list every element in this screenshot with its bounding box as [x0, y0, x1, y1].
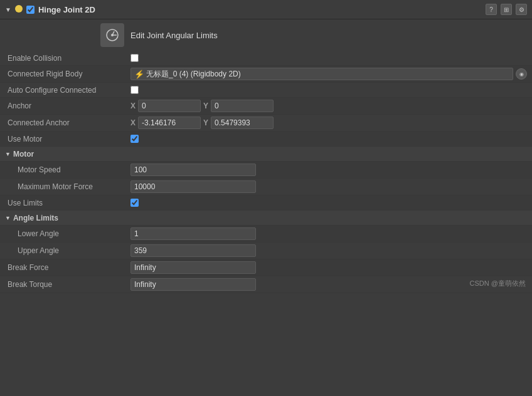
auto-configure-label: Auto Configure Connected	[5, 86, 130, 95]
motor-section-arrow: ▼	[5, 151, 11, 157]
component-enabled-checkbox[interactable]	[26, 6, 35, 14]
anchor-y-input[interactable]	[211, 100, 274, 112]
use-motor-checkbox[interactable]	[130, 135, 139, 143]
component-header: ▼ Hinge Joint 2D ? ⊞ ⚙	[0, 0, 532, 19]
lower-angle-label: Lower Angle	[5, 229, 130, 238]
auto-configure-row: Auto Configure Connected	[0, 83, 532, 98]
connected-anchor-row: Connected Anchor X Y	[0, 115, 532, 132]
break-force-label: Break Force	[5, 263, 130, 272]
connected-rigid-body-label: Connected Rigid Body	[5, 70, 130, 78]
upper-angle-label: Upper Angle	[5, 246, 130, 255]
use-motor-label: Use Motor	[5, 135, 130, 143]
enable-collision-checkbox[interactable]	[130, 54, 139, 62]
header-actions: ? ⊞ ⚙	[486, 4, 527, 15]
use-limits-row: Use Limits	[0, 195, 532, 211]
motor-speed-row: Motor Speed	[0, 162, 532, 179]
maximum-motor-force-row: Maximum Motor Force	[0, 179, 532, 195]
motor-section-header[interactable]: ▼ Motor	[0, 147, 532, 162]
connected-anchor-x-input[interactable]	[138, 117, 201, 129]
use-limits-checkbox[interactable]	[130, 199, 139, 207]
green-dot-icon	[15, 5, 23, 14]
upper-angle-row: Upper Angle	[0, 242, 532, 259]
lower-angle-row: Lower Angle	[0, 226, 532, 242]
anchor-value: X Y	[130, 100, 527, 112]
upper-angle-input[interactable]	[130, 244, 256, 257]
anchor-row: Anchor X Y	[0, 98, 532, 115]
connected-rigid-body-value: ⚡ 无标题_0 (4) (Rigidbody 2D) ◉	[130, 68, 527, 80]
enable-collision-label: Enable Collision	[5, 54, 130, 63]
auto-configure-checkbox[interactable]	[130, 86, 139, 94]
watermark: CSDN @童萌依然	[470, 279, 526, 288]
rigidbody-input-container: ⚡ 无标题_0 (4) (Rigidbody 2D) ◉	[130, 68, 527, 80]
maximum-motor-force-input[interactable]	[130, 180, 256, 193]
anchor-x-input[interactable]	[138, 100, 201, 112]
connected-anchor-y-label: Y	[203, 118, 208, 127]
angle-limits-section-arrow: ▼	[5, 215, 11, 221]
edit-joint-icon[interactable]	[100, 23, 124, 47]
use-motor-value	[130, 135, 527, 143]
motor-section-label: Motor	[13, 150, 34, 159]
connected-anchor-value: X Y	[130, 117, 527, 129]
use-limits-value	[130, 199, 527, 207]
help-icon[interactable]: ?	[486, 4, 497, 15]
break-force-row: Break Force	[0, 259, 532, 276]
motor-speed-value	[130, 164, 527, 176]
auto-configure-value	[130, 86, 527, 94]
break-force-value	[130, 261, 527, 274]
motor-speed-label: Motor Speed	[5, 165, 130, 174]
svg-point-1	[111, 34, 114, 36]
rigidbody-select-btn[interactable]: ◉	[516, 68, 527, 80]
rigidbody-field[interactable]: ⚡ 无标题_0 (4) (Rigidbody 2D)	[130, 68, 513, 80]
enable-collision-row: Enable Collision	[0, 51, 532, 66]
lightning-icon: ⚡	[134, 70, 144, 79]
anchor-label: Anchor	[5, 102, 130, 110]
break-torque-value	[130, 278, 527, 291]
maximum-motor-force-value	[130, 180, 527, 193]
break-torque-label: Break Torque	[5, 280, 130, 289]
angle-limits-section-label: Angle Limits	[13, 214, 58, 222]
angle-limits-section-header[interactable]: ▼ Angle Limits	[0, 211, 532, 226]
maximum-motor-force-label: Maximum Motor Force	[5, 182, 130, 191]
settings-icon[interactable]: ⚙	[516, 4, 527, 15]
anchor-x-label: X	[130, 102, 136, 110]
use-motor-row: Use Motor	[0, 132, 532, 147]
use-limits-label: Use Limits	[5, 199, 130, 207]
connected-anchor-y-input[interactable]	[211, 117, 274, 129]
edit-joint-row: Edit Joint Angular Limits	[0, 19, 532, 51]
anchor-y-label: Y	[203, 102, 208, 110]
component-title: Hinge Joint 2D	[38, 5, 482, 14]
connected-anchor-label: Connected Anchor	[5, 118, 130, 127]
expand-arrow[interactable]: ▼	[5, 6, 11, 13]
aspect-icon[interactable]: ⊞	[501, 4, 512, 15]
break-torque-input[interactable]	[130, 278, 256, 291]
motor-speed-input[interactable]	[130, 164, 256, 176]
connected-rigid-body-row: Connected Rigid Body ⚡ 无标题_0 (4) (Rigidb…	[0, 66, 532, 83]
lower-angle-input[interactable]	[130, 227, 256, 240]
upper-angle-value	[130, 244, 527, 257]
edit-joint-label[interactable]: Edit Joint Angular Limits	[130, 31, 218, 40]
rigidbody-value: 无标题_0 (4) (Rigidbody 2D)	[146, 69, 241, 80]
break-force-input[interactable]	[130, 261, 256, 274]
enable-collision-value	[130, 54, 527, 62]
connected-anchor-x-label: X	[130, 118, 136, 127]
lower-angle-value	[130, 227, 527, 240]
break-torque-row: Break Torque	[0, 276, 532, 293]
